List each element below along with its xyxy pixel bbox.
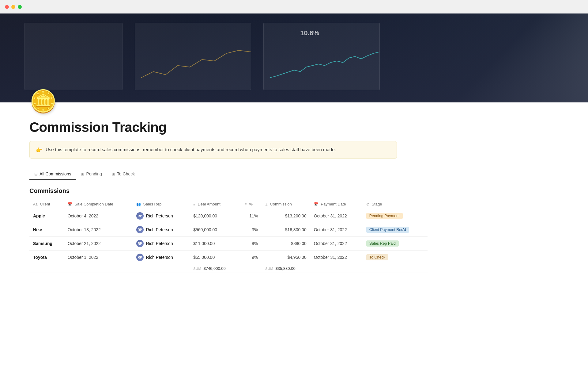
- stage-badge-3: To Check: [366, 254, 388, 260]
- info-box: 👉 Use this template to record sales comm…: [29, 141, 397, 159]
- tab-all-icon: ⊞: [34, 172, 38, 176]
- table-body: Apple October 4, 2022 RP Rich Peterson $…: [29, 209, 428, 273]
- tab-pending-icon: ⊞: [81, 172, 84, 176]
- col-client-icon: Aa: [33, 202, 38, 206]
- avatar-2: RP: [136, 240, 144, 247]
- cell-payment-date-1: October 31, 2022: [310, 223, 363, 237]
- page-wrapper: 10.6% 🪙 Commission Tracking 👉 Use this t…: [0, 13, 588, 368]
- tabs: ⊞ All Commissions ⊞ Pending ⊞ To Check: [29, 168, 397, 180]
- col-deal-amount: # Deal Amount: [190, 199, 241, 209]
- tab-pending[interactable]: ⊞ Pending: [76, 168, 107, 180]
- close-button[interactable]: [5, 5, 9, 9]
- cell-sale-date-0: October 4, 2022: [64, 209, 133, 223]
- sum-deal-amount: SUM $746,000.00: [190, 264, 241, 273]
- col-commission: Σ Commission: [262, 199, 310, 209]
- stage-badge-1: Client Payment Rec'd: [366, 227, 409, 233]
- cell-sales-rep-2: RP Rich Peterson: [133, 237, 190, 251]
- col-percent-icon: #: [245, 202, 247, 206]
- cell-commission-2: $880.00: [262, 237, 310, 251]
- col-sales-rep-icon: 👥: [136, 202, 141, 206]
- cell-stage-3: To Check: [363, 251, 428, 264]
- col-percent-label: %: [249, 202, 253, 206]
- minimize-button[interactable]: [11, 5, 15, 9]
- table-row[interactable]: Nike October 13, 2022 RP Rich Peterson $…: [29, 223, 428, 237]
- cell-commission-1: $16,800.00: [262, 223, 310, 237]
- col-deal-icon: #: [193, 202, 195, 206]
- col-commission-label: Commission: [270, 202, 292, 206]
- col-sales-rep: 👥 Sales Rep.: [133, 199, 190, 209]
- page-icon: 🪙: [29, 90, 54, 115]
- tab-all-commissions[interactable]: ⊞ All Commissions: [29, 168, 76, 180]
- cell-client-3: Toyota: [29, 251, 64, 264]
- col-percent: # %: [241, 199, 262, 209]
- col-client-label: Client: [40, 202, 50, 206]
- table-header-row: Aa Client 📅 Sale Completion Date 👥 Sales…: [29, 199, 428, 209]
- cell-payment-date-0: October 31, 2022: [310, 209, 363, 223]
- title-bar: [0, 0, 588, 13]
- sum-commission: SUM $35,830.00: [262, 264, 310, 273]
- col-stage-label: Stage: [371, 202, 382, 206]
- cell-deal-amount-2: $11,000.00: [190, 237, 241, 251]
- cell-percent-2: 8%: [241, 237, 262, 251]
- sum-row: SUM $746,000.00 SUM $35,830.00: [29, 264, 428, 273]
- cell-client-1: Nike: [29, 223, 64, 237]
- chart-card-1: [24, 23, 123, 90]
- cell-stage-0: Pending Payment: [363, 209, 428, 223]
- table-row[interactable]: Apple October 4, 2022 RP Rich Peterson $…: [29, 209, 428, 223]
- chart-card-3: 10.6%: [263, 23, 380, 90]
- cell-payment-date-2: October 31, 2022: [310, 237, 363, 251]
- tab-all-label: All Commissions: [40, 171, 71, 176]
- cell-stage-1: Client Payment Rec'd: [363, 223, 428, 237]
- col-sale-date-label: Sale Completion Date: [74, 202, 113, 206]
- cell-client-0: Apple: [29, 209, 64, 223]
- col-sale-date: 📅 Sale Completion Date: [64, 199, 133, 209]
- info-box-text: Use this template to record sales commis…: [46, 146, 336, 153]
- hero-chart: 10.6%: [0, 13, 588, 102]
- col-payment-date-icon: 📅: [314, 202, 318, 206]
- sales-rep-name-2: Rich Peterson: [146, 241, 173, 246]
- avatar-0: RP: [136, 212, 144, 220]
- maximize-button[interactable]: [18, 5, 22, 9]
- section-title: Commissions: [29, 187, 559, 194]
- table-row[interactable]: Samsung October 21, 2022 RP Rich Peterso…: [29, 237, 428, 251]
- col-payment-date: 📅 Payment Date: [310, 199, 363, 209]
- col-sales-rep-label: Sales Rep.: [143, 202, 163, 206]
- cell-percent-1: 3%: [241, 223, 262, 237]
- cell-percent-0: 11%: [241, 209, 262, 223]
- cell-deal-amount-0: $120,000.00: [190, 209, 241, 223]
- cell-sales-rep-0: RP Rich Peterson: [133, 209, 190, 223]
- sales-rep-name-1: Rich Peterson: [146, 227, 173, 232]
- cell-sales-rep-1: RP Rich Peterson: [133, 223, 190, 237]
- cell-commission-0: $13,200.00: [262, 209, 310, 223]
- cell-sale-date-1: October 13, 2022: [64, 223, 133, 237]
- hero-banner: 10.6%: [0, 13, 588, 102]
- info-box-icon: 👉: [36, 147, 43, 153]
- cell-sale-date-3: October 1, 2022: [64, 251, 133, 264]
- avatar-3: RP: [136, 254, 144, 261]
- stage-badge-2: Sales Rep Paid: [366, 240, 399, 247]
- svg-text:10.6%: 10.6%: [300, 29, 319, 37]
- cell-client-2: Samsung: [29, 237, 64, 251]
- cell-deal-amount-1: $560,000.00: [190, 223, 241, 237]
- stage-badge-0: Pending Payment: [366, 213, 403, 219]
- col-commission-icon: Σ: [265, 202, 267, 206]
- cell-percent-3: 9%: [241, 251, 262, 264]
- cell-deal-amount-3: $55,000.00: [190, 251, 241, 264]
- col-sale-date-icon: 📅: [68, 202, 72, 206]
- avatar-1: RP: [136, 226, 144, 233]
- cell-sale-date-2: October 21, 2022: [64, 237, 133, 251]
- col-client: Aa Client: [29, 199, 64, 209]
- chart-card-2: [135, 23, 251, 90]
- sales-rep-name-0: Rich Peterson: [146, 213, 173, 218]
- cell-stage-2: Sales Rep Paid: [363, 237, 428, 251]
- tab-to-check[interactable]: ⊞ To Check: [107, 168, 140, 180]
- table-row[interactable]: Toyota October 1, 2022 RP Rich Peterson …: [29, 251, 428, 264]
- col-deal-label: Deal Amount: [198, 202, 220, 206]
- cell-sales-rep-3: RP Rich Peterson: [133, 251, 190, 264]
- tab-check-label: To Check: [117, 171, 135, 176]
- page-title: Commission Tracking: [29, 120, 559, 135]
- cell-commission-3: $4,950.00: [262, 251, 310, 264]
- page-content: Commission Tracking 👉 Use this template …: [0, 120, 588, 291]
- commissions-table: Aa Client 📅 Sale Completion Date 👥 Sales…: [29, 199, 428, 273]
- sales-rep-name-3: Rich Peterson: [146, 255, 173, 260]
